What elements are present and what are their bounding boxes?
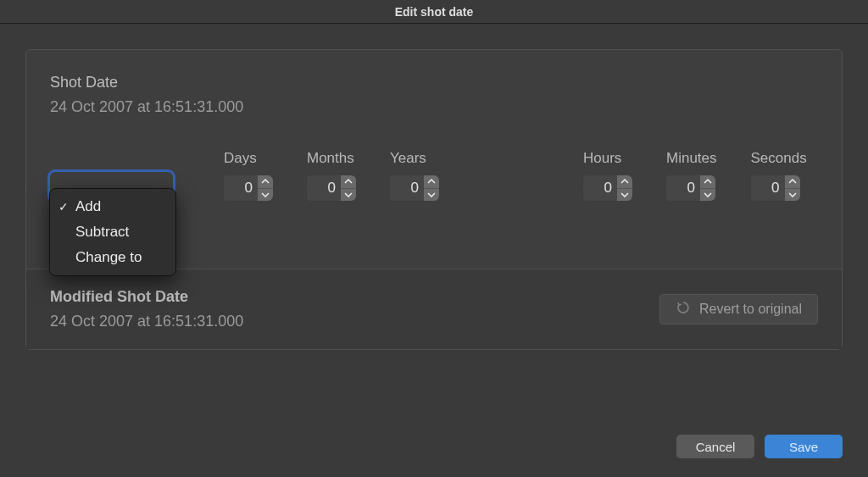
months-input[interactable] — [307, 175, 341, 201]
months-column: Months — [307, 150, 356, 201]
hours-step-up[interactable] — [617, 175, 632, 189]
hours-stepper[interactable] — [583, 175, 632, 201]
operation-menu-item-add[interactable]: ✓ Add — [50, 194, 175, 219]
edit-shot-date-dialog: Edit shot date Shot Date 24 Oct 2007 at … — [0, 0, 868, 477]
revert-label: Revert to original — [699, 302, 802, 317]
years-stepper[interactable] — [390, 175, 439, 201]
years-label: Years — [390, 150, 426, 167]
days-input[interactable] — [224, 175, 258, 201]
operation-menu-item-label: Subtract — [75, 224, 129, 241]
minutes-input[interactable] — [666, 175, 700, 201]
panel-lower: Modified Shot Date 24 Oct 2007 at 16:51:… — [26, 269, 842, 349]
dialog-title: Edit shot date — [0, 0, 868, 24]
days-column: Days — [224, 150, 273, 201]
days-step-down[interactable] — [258, 189, 273, 202]
months-label: Months — [307, 150, 354, 167]
years-input[interactable] — [390, 175, 424, 201]
days-stepper[interactable] — [224, 175, 273, 201]
minutes-column: Minutes — [666, 150, 717, 201]
minutes-step-down[interactable] — [700, 189, 715, 202]
minutes-step-up[interactable] — [700, 175, 715, 189]
seconds-stepper[interactable] — [751, 175, 800, 201]
operation-menu-item-subtract[interactable]: Subtract — [50, 219, 175, 245]
hours-step-down[interactable] — [617, 189, 632, 202]
years-step-down[interactable] — [424, 189, 439, 202]
hours-input[interactable] — [583, 175, 617, 201]
revert-icon — [676, 300, 691, 319]
months-step-down[interactable] — [341, 189, 356, 202]
modified-shot-date-value: 24 Oct 2007 at 16:51:31.000 — [50, 313, 243, 330]
hours-label: Hours — [583, 150, 621, 167]
seconds-column: Seconds — [751, 150, 807, 201]
minutes-stepper[interactable] — [666, 175, 715, 201]
cancel-button[interactable]: Cancel — [676, 435, 754, 458]
months-step-up[interactable] — [341, 175, 356, 189]
days-label: Days — [224, 150, 257, 167]
operation-menu[interactable]: ✓ Add Subtract Change to — [49, 188, 176, 276]
seconds-label: Seconds — [751, 150, 807, 167]
date-time-spacer — [473, 150, 549, 201]
dialog-footer: Cancel Save — [0, 421, 868, 477]
modified-block: Modified Shot Date 24 Oct 2007 at 16:51:… — [50, 288, 243, 330]
revert-to-original-button[interactable]: Revert to original — [659, 294, 818, 324]
operation-menu-item-label: Change to — [75, 249, 142, 266]
minutes-label: Minutes — [666, 150, 717, 167]
seconds-step-up[interactable] — [785, 175, 800, 189]
check-icon: ✓ — [58, 200, 69, 214]
save-button[interactable]: Save — [765, 435, 843, 458]
hours-column: Hours — [583, 150, 632, 201]
seconds-step-down[interactable] — [785, 189, 800, 202]
years-step-up[interactable] — [424, 175, 439, 189]
modified-shot-date-label: Modified Shot Date — [50, 288, 243, 306]
days-step-up[interactable] — [258, 175, 273, 189]
operation-menu-item-change-to[interactable]: Change to — [50, 245, 175, 270]
operation-menu-item-label: Add — [75, 198, 101, 215]
seconds-input[interactable] — [751, 175, 785, 201]
offset-columns: Days Months — [224, 150, 807, 201]
shot-date-label: Shot Date — [50, 74, 818, 92]
months-stepper[interactable] — [307, 175, 356, 201]
shot-date-value: 24 Oct 2007 at 16:51:31.000 — [50, 98, 818, 116]
years-column: Years — [390, 150, 439, 201]
dialog-content: Shot Date 24 Oct 2007 at 16:51:31.000 Da… — [0, 24, 868, 421]
